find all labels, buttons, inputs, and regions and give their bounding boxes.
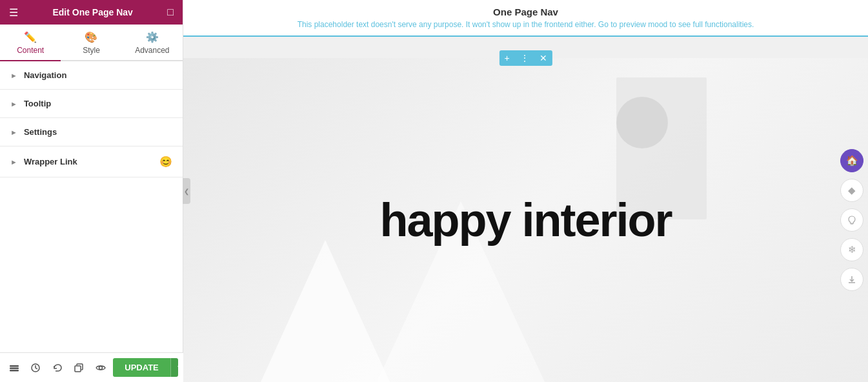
chevron-tooltip-icon: ► — [10, 100, 17, 108]
duplicate-button[interactable] — [70, 357, 87, 378]
accordion-navigation-header[interactable]: ► Navigation — [0, 61, 183, 89]
left-panel: ☰ Edit One Page Nav □ ✏️ Content 🎨 Style… — [0, 0, 183, 382]
widget-close-button[interactable]: ✕ — [534, 50, 552, 66]
widget-toolbar: + ⋮ ✕ — [499, 50, 552, 66]
deco-triangle-left — [261, 240, 390, 382]
menu-icon[interactable]: ☰ — [9, 6, 18, 19]
panel-header: ☰ Edit One Page Nav □ — [0, 0, 183, 25]
wrapper-link-emoji: 😊 — [159, 156, 172, 168]
history-button[interactable] — [26, 357, 44, 378]
tab-advanced-label: Advanced — [135, 46, 169, 55]
accordion-tooltip-header[interactable]: ► Tooltip — [0, 90, 183, 117]
undo-button[interactable] — [48, 357, 66, 378]
widget-title: One Page Nav — [194, 6, 858, 17]
right-nav-home[interactable]: 🏠 — [840, 149, 863, 172]
update-arrow-button[interactable]: ▼ — [170, 358, 178, 377]
accordion-tooltip: ► Tooltip — [0, 90, 183, 118]
chevron-settings-icon: ► — [10, 128, 17, 136]
main-content: One Page Nav This placeholder text doesn… — [183, 0, 868, 382]
tab-content-label: Content — [17, 46, 44, 55]
tab-advanced[interactable]: ⚙️ Advanced — [122, 25, 183, 61]
accordion-wrapper-link-header[interactable]: ► Wrapper Link 😊 — [0, 146, 183, 177]
accordion-tooltip-label: Tooltip — [24, 99, 51, 108]
panel-title: Edit One Page Nav — [52, 7, 132, 17]
grid-icon[interactable]: □ — [167, 6, 174, 18]
right-nav-snowflake[interactable]: ❄ — [840, 238, 863, 261]
accordion-settings: ► Settings — [0, 118, 183, 146]
tab-style[interactable]: 🎨 Style — [61, 25, 121, 61]
update-button[interactable]: UPDATE — [113, 358, 170, 377]
accordion-wrapper-label: Wrapper Link — [24, 157, 77, 166]
svg-rect-0 — [10, 365, 19, 367]
panel-tabs: ✏️ Content 🎨 Style ⚙️ Advanced — [0, 25, 183, 61]
svg-rect-2 — [10, 370, 19, 372]
right-nav-diamond[interactable]: ◆ — [840, 179, 863, 202]
svg-point-5 — [99, 366, 102, 369]
chevron-navigation-icon: ► — [10, 72, 17, 79]
right-nav: 🏠 ◆ ❄ — [836, 58, 868, 382]
widget-add-button[interactable]: + — [499, 50, 514, 66]
chevron-wrapper-icon: ► — [10, 158, 17, 166]
layers-button[interactable] — [5, 357, 23, 378]
accordion-settings-label: Settings — [24, 127, 57, 137]
accordion-navigation: ► Navigation — [0, 61, 183, 90]
style-icon: 🎨 — [85, 31, 97, 43]
hero-text: happy interior — [379, 194, 671, 246]
accordion-navigation-label: Navigation — [24, 70, 66, 80]
hero-section: happy interior — [183, 58, 868, 382]
tab-style-label: Style — [83, 46, 100, 55]
content-icon: ✏️ — [24, 31, 37, 43]
deco-circle — [616, 97, 668, 148]
accordion-settings-header[interactable]: ► Settings — [0, 118, 183, 146]
accordion-wrapper-link: ► Wrapper Link 😊 — [0, 146, 183, 177]
right-nav-download[interactable] — [840, 268, 863, 291]
svg-rect-4 — [75, 366, 81, 372]
svg-rect-1 — [10, 367, 19, 369]
collapse-handle[interactable]: ❮ — [183, 178, 190, 204]
main-top-bar: One Page Nav This placeholder text doesn… — [183, 0, 868, 37]
advanced-icon: ⚙️ — [146, 31, 159, 43]
update-btn-wrapper: UPDATE ▼ — [113, 358, 178, 377]
bottom-toolbar: UPDATE ▼ — [0, 352, 183, 382]
eye-button[interactable] — [92, 357, 109, 378]
right-nav-bulb[interactable] — [840, 208, 863, 232]
tab-content[interactable]: ✏️ Content — [0, 25, 61, 61]
widget-move-button[interactable]: ⋮ — [515, 50, 534, 66]
placeholder-text: This placeholder text doesn't serve any … — [194, 20, 858, 29]
